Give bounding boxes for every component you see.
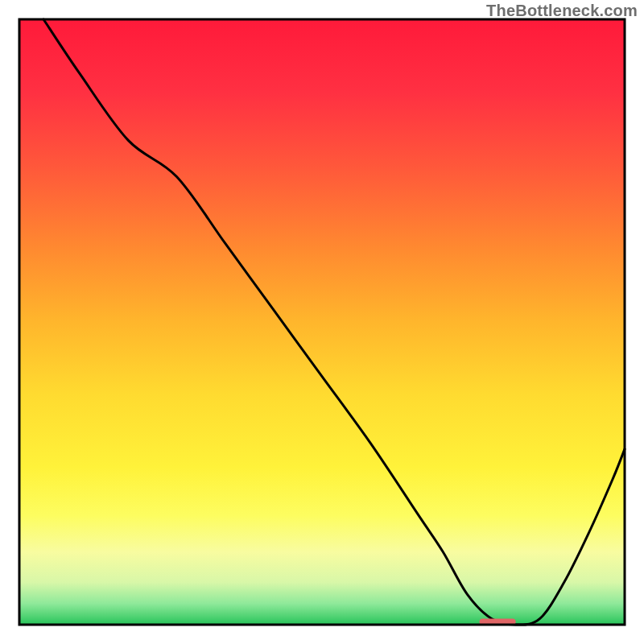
bottleneck-chart xyxy=(0,0,644,644)
plot-background xyxy=(19,19,625,625)
